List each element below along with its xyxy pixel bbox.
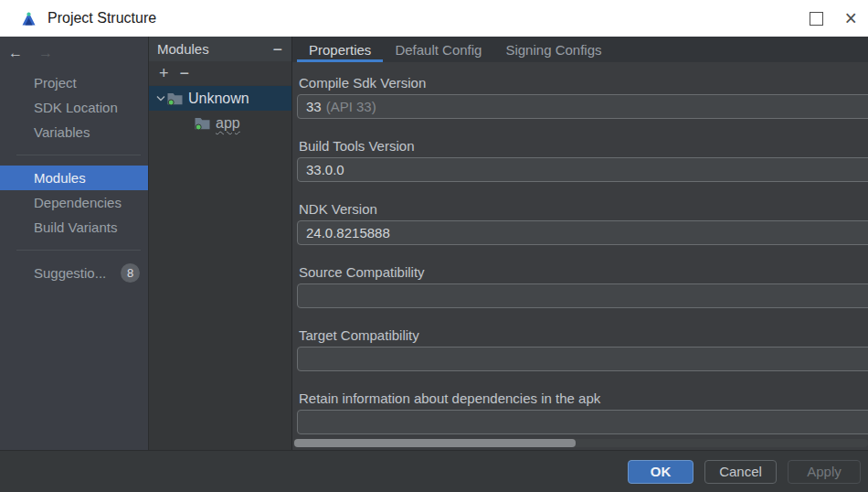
suggestions-count-badge: 8 — [121, 263, 140, 283]
horizontal-scrollbar-track[interactable] — [293, 439, 868, 447]
sidebar-item[interactable]: Modules — [0, 166, 148, 190]
field-value: 33.0.0 — [306, 162, 344, 177]
titlebar: Project Structure × — [0, 0, 868, 37]
collapse-panel-icon[interactable]: − — [272, 44, 282, 55]
sidebar-divider — [16, 155, 141, 155]
form-field: Source Compatibility — [297, 264, 868, 308]
remove-module-icon[interactable]: − — [180, 67, 190, 80]
forward-icon[interactable]: → — [38, 45, 53, 61]
close-icon[interactable]: × — [845, 12, 857, 26]
project-structure-dialog: Project Structure × ← → ProjectSDK Locat… — [0, 0, 868, 492]
field-input[interactable] — [297, 410, 868, 434]
field-input[interactable]: 24.0.8215888 — [297, 220, 868, 245]
tab[interactable]: Signing Configs — [493, 37, 613, 62]
sidebar-item[interactable]: Build Variants — [0, 215, 148, 240]
modules-panel-title: Modules — [157, 41, 209, 57]
field-label: Compile Sdk Version — [299, 75, 868, 91]
footer: OK Cancel Apply — [0, 450, 868, 492]
field-value-suffix: (API 33) — [326, 99, 376, 114]
field-value: 33 — [306, 99, 322, 114]
form-field: NDK Version 24.0.8215888 — [297, 201, 868, 245]
field-label: Source Compatibility — [299, 264, 868, 281]
sidebar-item[interactable]: Dependencies — [0, 190, 148, 215]
modules-toolbar: + − — [149, 61, 291, 85]
suggestions-label: Suggestio... — [34, 265, 106, 281]
field-label: NDK Version — [299, 201, 868, 218]
modules-panel: Modules − + − Unknown — [148, 37, 292, 450]
module-folder-icon — [195, 117, 210, 130]
field-label: Target Compatibility — [299, 327, 868, 344]
chevron-down-icon[interactable] — [154, 95, 167, 102]
tree-node-label: app — [216, 115, 240, 132]
tab[interactable]: Default Config — [383, 37, 493, 62]
properties-form: Compile Sdk Version 33 (API 33) Build To… — [292, 62, 868, 450]
field-input[interactable] — [297, 283, 868, 308]
cancel-button[interactable]: Cancel — [704, 460, 777, 484]
sidebar-item[interactable]: SDK Location — [0, 95, 148, 120]
window-title: Project Structure — [48, 10, 156, 27]
content-panel: PropertiesDefault ConfigSigning Configs … — [292, 37, 868, 450]
sidebar-divider — [16, 250, 141, 251]
form-field: Build Tools Version 33.0.0 — [297, 138, 868, 182]
sidebar-item[interactable]: Variables — [0, 120, 148, 144]
tree-node-label: Unknown — [188, 91, 249, 107]
module-folder-icon — [167, 92, 183, 105]
form-field: Retain information about dependencies in… — [297, 390, 868, 434]
tabbar: PropertiesDefault ConfigSigning Configs — [292, 37, 868, 62]
modules-tree: Unknown app — [149, 85, 291, 135]
field-label: Retain information about dependencies in… — [299, 390, 868, 407]
modules-panel-header: Modules − — [149, 37, 291, 61]
field-value: 24.0.8215888 — [306, 225, 390, 241]
sidebar-item-suggestions[interactable]: Suggestio... 8 — [0, 261, 148, 285]
field-input[interactable] — [297, 347, 868, 371]
field-input[interactable]: 33 (API 33) — [297, 94, 868, 119]
ok-button[interactable]: OK — [628, 460, 693, 484]
android-studio-icon — [20, 10, 37, 27]
add-module-icon[interactable]: + — [159, 67, 169, 80]
maximize-icon[interactable] — [810, 12, 823, 26]
horizontal-scrollbar-thumb[interactable] — [294, 439, 576, 447]
form-field: Compile Sdk Version 33 (API 33) — [297, 75, 868, 119]
back-icon[interactable]: ← — [8, 45, 23, 61]
field-label: Build Tools Version — [299, 138, 868, 155]
nav-arrows: ← → — [0, 41, 148, 65]
tree-node-app[interactable]: app — [149, 111, 291, 135]
sidebar-item[interactable]: Project — [0, 70, 148, 95]
field-input[interactable]: 33.0.0 — [297, 157, 868, 182]
form-field: Target Compatibility — [297, 327, 868, 371]
sidebar: ← → ProjectSDK LocationVariables Modules… — [0, 37, 148, 450]
apply-button[interactable]: Apply — [788, 460, 861, 484]
tree-node-root[interactable]: Unknown — [149, 86, 291, 111]
tab[interactable]: Properties — [297, 37, 383, 62]
